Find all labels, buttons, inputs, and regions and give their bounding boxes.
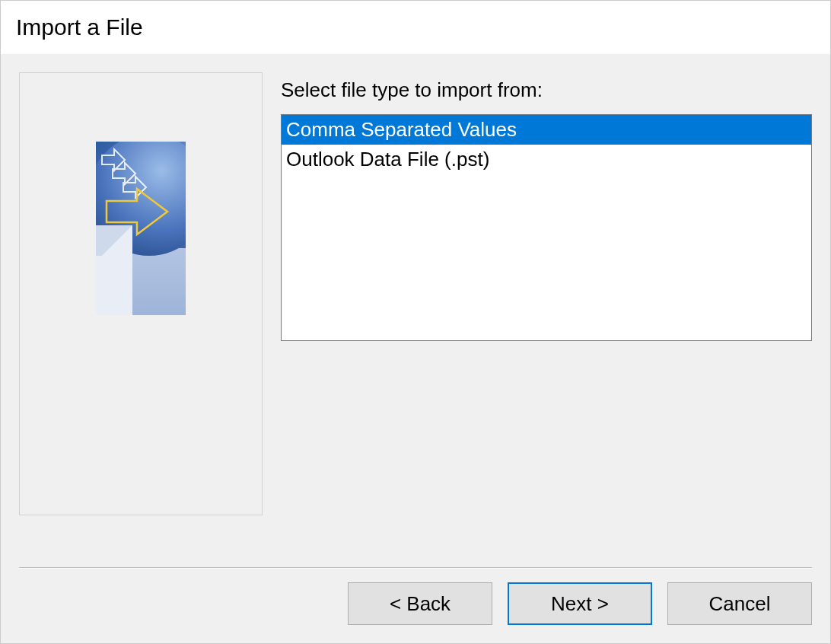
right-panel: Select file type to import from: Comma S… xyxy=(281,72,812,553)
list-item[interactable]: Outlook Data File (.pst) xyxy=(282,145,811,174)
title-bar: Import a File xyxy=(1,1,830,54)
file-type-listbox[interactable]: Comma Separated Values Outlook Data File… xyxy=(281,114,812,341)
import-wizard-window: Import a File xyxy=(0,0,831,644)
separator xyxy=(19,567,812,569)
import-arrow-icon xyxy=(96,142,186,315)
button-row: < Back Next > Cancel xyxy=(19,582,812,625)
list-item[interactable]: Comma Separated Values xyxy=(282,115,811,145)
cancel-button[interactable]: Cancel xyxy=(667,582,812,625)
window-title: Import a File xyxy=(16,14,815,40)
main-row: Select file type to import from: Comma S… xyxy=(19,72,812,553)
instruction-label: Select file type to import from: xyxy=(281,78,812,102)
next-button[interactable]: Next > xyxy=(508,582,652,625)
back-button[interactable]: < Back xyxy=(348,582,492,625)
content-area: Select file type to import from: Comma S… xyxy=(1,54,830,643)
illustration-panel xyxy=(19,72,263,515)
